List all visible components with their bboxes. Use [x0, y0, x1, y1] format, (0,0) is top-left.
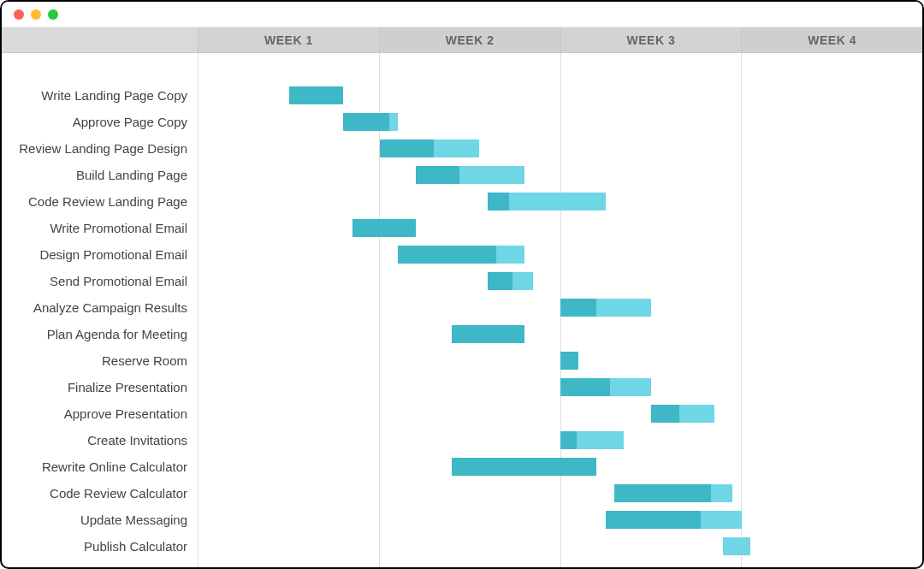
gantt-bar-progress	[343, 113, 389, 131]
gantt-bar[interactable]	[452, 325, 524, 343]
gantt-bar-progress	[398, 246, 496, 264]
week-header: WEEK 4	[742, 27, 922, 52]
gantt-bar[interactable]	[614, 484, 732, 502]
task-label: Plan Agenda for Meeting	[2, 321, 198, 347]
gantt-bar-progress	[606, 511, 701, 529]
task-label: Reserve Room	[2, 347, 198, 374]
task-label: Approve Page Copy	[2, 109, 198, 135]
task-label: Code Review Landing Page	[2, 188, 198, 215]
gantt-bar[interactable]	[560, 352, 578, 370]
task-row	[198, 215, 922, 241]
gantt-bar[interactable]	[488, 272, 533, 290]
task-row	[198, 109, 922, 135]
task-row	[198, 453, 922, 480]
week-header: WEEK 3	[561, 27, 743, 52]
task-label: Review Landing Page Design	[2, 135, 198, 162]
gantt-bar[interactable]	[380, 139, 479, 157]
task-label: Analyze Campaign Results	[2, 294, 198, 321]
gantt-bar[interactable]	[398, 246, 524, 264]
week-header-cells: WEEK 1 WEEK 2 WEEK 3 WEEK 4	[198, 27, 922, 52]
gantt-bar-progress	[488, 272, 512, 290]
week-header-row: WEEK 1 WEEK 2 WEEK 3 WEEK 4	[2, 27, 922, 53]
gantt-bar-progress	[651, 405, 679, 423]
gantt-bar-progress	[452, 458, 596, 476]
window-titlebar	[2, 2, 922, 27]
task-label: Create Invitations	[2, 427, 198, 453]
gantt-bar[interactable]	[343, 113, 397, 131]
gantt-bar[interactable]	[560, 378, 651, 396]
task-row	[198, 347, 922, 374]
week-header: WEEK 2	[380, 27, 561, 52]
gantt-bar-progress	[289, 86, 343, 104]
task-row	[198, 321, 922, 347]
task-label: Update Messaging	[2, 507, 198, 533]
task-row	[198, 507, 922, 533]
gantt-chart-area	[198, 53, 922, 567]
window-minimize-button[interactable]	[31, 9, 41, 20]
task-row	[198, 162, 922, 188]
task-label: Finalize Presentation	[2, 374, 198, 400]
task-row	[198, 135, 922, 162]
task-label: Rewrite Online Calculator	[2, 453, 198, 480]
gantt-bar-progress	[614, 484, 711, 502]
task-row	[198, 533, 922, 560]
week-header: WEEK 1	[198, 27, 380, 52]
gantt-bar[interactable]	[560, 431, 624, 449]
gantt-body: Write Landing Page CopyApprove Page Copy…	[2, 53, 922, 567]
task-label: Write Landing Page Copy	[2, 82, 198, 109]
task-row	[198, 374, 922, 400]
gantt-bar-progress	[452, 325, 524, 343]
gantt-bar-progress	[560, 299, 596, 317]
window-close-button[interactable]	[14, 9, 24, 20]
task-row	[198, 82, 922, 109]
gantt-bar-progress	[488, 193, 509, 210]
gantt-bar[interactable]	[606, 511, 742, 529]
task-row	[198, 427, 922, 453]
task-label: Build Landing Page	[2, 162, 198, 188]
gantt-bar-progress	[352, 219, 416, 237]
gantt-bar[interactable]	[452, 458, 596, 476]
gantt-bar[interactable]	[560, 299, 651, 317]
task-row	[198, 268, 922, 294]
task-row	[198, 188, 922, 215]
task-row	[198, 241, 922, 268]
header-spacer	[2, 27, 198, 52]
gantt-bar-progress	[560, 431, 577, 449]
gantt-bar-progress	[560, 352, 578, 370]
task-row	[198, 400, 922, 427]
gantt-bars	[198, 82, 922, 560]
task-label: Publish Calculator	[2, 533, 198, 560]
task-row	[198, 480, 922, 507]
task-label: Code Review Calculator	[2, 480, 198, 507]
window-zoom-button[interactable]	[48, 9, 58, 20]
gantt-bar[interactable]	[651, 405, 714, 423]
task-row	[198, 294, 922, 321]
gantt-bar-progress	[380, 139, 435, 157]
app-window: WEEK 1 WEEK 2 WEEK 3 WEEK 4 Write Landin…	[0, 0, 924, 569]
gantt-bar[interactable]	[289, 86, 343, 104]
gantt-bar-progress	[560, 378, 610, 396]
task-label: Write Promotional Email	[2, 215, 198, 241]
task-labels-column: Write Landing Page CopyApprove Page Copy…	[2, 53, 198, 567]
task-label: Approve Presentation	[2, 400, 198, 427]
gantt-bar[interactable]	[352, 219, 416, 237]
task-label: Design Promotional Email	[2, 241, 198, 268]
gantt-bar[interactable]	[488, 193, 605, 210]
gantt-bar[interactable]	[723, 537, 750, 555]
gantt-bar-progress	[416, 166, 459, 184]
task-label: Send Promotional Email	[2, 268, 198, 294]
gantt-bar[interactable]	[416, 166, 524, 184]
